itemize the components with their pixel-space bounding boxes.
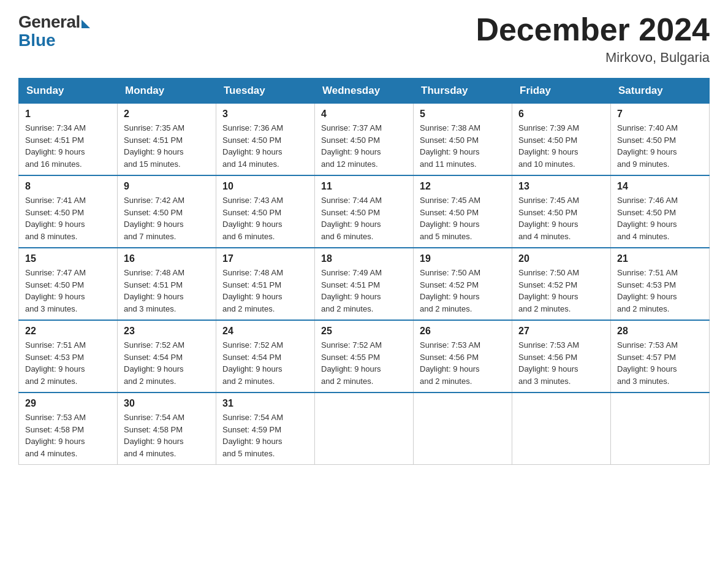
day-info: Sunrise: 7:52 AM Sunset: 4:54 PM Dayligh… (222, 339, 308, 387)
day-info: Sunrise: 7:43 AM Sunset: 4:50 PM Dayligh… (222, 194, 308, 242)
day-number: 4 (321, 109, 407, 120)
calendar-cell: 5 Sunrise: 7:38 AM Sunset: 4:50 PM Dayli… (414, 104, 512, 176)
day-number: 17 (222, 253, 308, 264)
calendar-cell (611, 393, 710, 465)
calendar-cell: 22 Sunrise: 7:51 AM Sunset: 4:53 PM Dayl… (19, 320, 118, 393)
day-number: 31 (222, 398, 308, 409)
day-number: 20 (518, 253, 604, 264)
weekday-header-monday: Monday (118, 79, 216, 104)
day-number: 12 (420, 181, 506, 192)
day-number: 28 (617, 326, 703, 337)
day-info: Sunrise: 7:42 AM Sunset: 4:50 PM Dayligh… (124, 194, 210, 242)
weekday-header-thursday: Thursday (414, 79, 512, 104)
day-info: Sunrise: 7:53 AM Sunset: 4:56 PM Dayligh… (420, 339, 506, 387)
calendar-cell: 10 Sunrise: 7:43 AM Sunset: 4:50 PM Dayl… (216, 175, 315, 248)
calendar-cell: 3 Sunrise: 7:36 AM Sunset: 4:50 PM Dayli… (216, 104, 315, 176)
weekday-header-saturday: Saturday (611, 79, 710, 104)
day-number: 27 (518, 326, 604, 337)
day-number: 18 (321, 253, 407, 264)
day-info: Sunrise: 7:36 AM Sunset: 4:50 PM Dayligh… (222, 122, 308, 170)
day-info: Sunrise: 7:54 AM Sunset: 4:59 PM Dayligh… (222, 412, 308, 459)
day-number: 26 (420, 326, 506, 337)
day-info: Sunrise: 7:52 AM Sunset: 4:55 PM Dayligh… (321, 339, 407, 387)
day-number: 9 (124, 181, 210, 192)
day-info: Sunrise: 7:49 AM Sunset: 4:51 PM Dayligh… (321, 267, 407, 315)
calendar-week-4: 22 Sunrise: 7:51 AM Sunset: 4:53 PM Dayl… (19, 320, 710, 393)
weekday-header-row: SundayMondayTuesdayWednesdayThursdayFrid… (19, 79, 710, 104)
calendar-cell (315, 393, 414, 465)
day-info: Sunrise: 7:40 AM Sunset: 4:50 PM Dayligh… (617, 122, 703, 170)
calendar-cell: 24 Sunrise: 7:52 AM Sunset: 4:54 PM Dayl… (216, 320, 315, 393)
calendar-cell: 23 Sunrise: 7:52 AM Sunset: 4:54 PM Dayl… (118, 320, 216, 393)
calendar-cell: 26 Sunrise: 7:53 AM Sunset: 4:56 PM Dayl… (414, 320, 512, 393)
day-info: Sunrise: 7:35 AM Sunset: 4:51 PM Dayligh… (124, 122, 210, 170)
calendar-week-5: 29 Sunrise: 7:53 AM Sunset: 4:58 PM Dayl… (19, 393, 710, 465)
calendar-cell: 8 Sunrise: 7:41 AM Sunset: 4:50 PM Dayli… (19, 175, 118, 248)
day-info: Sunrise: 7:41 AM Sunset: 4:50 PM Dayligh… (25, 194, 111, 242)
calendar-cell: 17 Sunrise: 7:48 AM Sunset: 4:51 PM Dayl… (216, 248, 315, 320)
calendar-cell: 27 Sunrise: 7:53 AM Sunset: 4:56 PM Dayl… (512, 320, 611, 393)
day-number: 7 (617, 109, 703, 120)
calendar-cell: 16 Sunrise: 7:48 AM Sunset: 4:51 PM Dayl… (118, 248, 216, 320)
calendar-cell: 30 Sunrise: 7:54 AM Sunset: 4:58 PM Dayl… (118, 393, 216, 465)
calendar-week-1: 1 Sunrise: 7:34 AM Sunset: 4:51 PM Dayli… (19, 104, 710, 176)
day-number: 30 (124, 398, 210, 409)
day-info: Sunrise: 7:38 AM Sunset: 4:50 PM Dayligh… (420, 122, 506, 170)
day-number: 8 (25, 181, 111, 192)
logo-general-text: General (18, 12, 80, 32)
day-number: 22 (25, 326, 111, 337)
calendar-cell: 1 Sunrise: 7:34 AM Sunset: 4:51 PM Dayli… (19, 104, 118, 176)
calendar-cell: 19 Sunrise: 7:50 AM Sunset: 4:52 PM Dayl… (414, 248, 512, 320)
day-number: 19 (420, 253, 506, 264)
day-number: 2 (124, 109, 210, 120)
day-info: Sunrise: 7:48 AM Sunset: 4:51 PM Dayligh… (124, 267, 210, 315)
title-area: December 2024 Mirkovo, Bulgaria (476, 12, 710, 66)
day-number: 10 (222, 181, 308, 192)
calendar-cell: 31 Sunrise: 7:54 AM Sunset: 4:59 PM Dayl… (216, 393, 315, 465)
day-number: 3 (222, 109, 308, 120)
location-text: Mirkovo, Bulgaria (476, 50, 710, 66)
day-number: 5 (420, 109, 506, 120)
calendar-cell: 4 Sunrise: 7:37 AM Sunset: 4:50 PM Dayli… (315, 104, 414, 176)
day-number: 21 (617, 253, 703, 264)
day-info: Sunrise: 7:48 AM Sunset: 4:51 PM Dayligh… (222, 267, 308, 315)
day-number: 6 (518, 109, 604, 120)
day-info: Sunrise: 7:51 AM Sunset: 4:53 PM Dayligh… (25, 339, 111, 387)
day-info: Sunrise: 7:44 AM Sunset: 4:50 PM Dayligh… (321, 194, 407, 242)
day-info: Sunrise: 7:45 AM Sunset: 4:50 PM Dayligh… (420, 194, 506, 242)
day-info: Sunrise: 7:53 AM Sunset: 4:57 PM Dayligh… (617, 339, 703, 387)
calendar-cell: 14 Sunrise: 7:46 AM Sunset: 4:50 PM Dayl… (611, 175, 710, 248)
calendar-cell: 18 Sunrise: 7:49 AM Sunset: 4:51 PM Dayl… (315, 248, 414, 320)
calendar-table: SundayMondayTuesdayWednesdayThursdayFrid… (18, 78, 710, 465)
day-info: Sunrise: 7:51 AM Sunset: 4:53 PM Dayligh… (617, 267, 703, 315)
day-number: 1 (25, 109, 111, 120)
day-number: 14 (617, 181, 703, 192)
calendar-cell: 29 Sunrise: 7:53 AM Sunset: 4:58 PM Dayl… (19, 393, 118, 465)
weekday-header-wednesday: Wednesday (315, 79, 414, 104)
day-number: 23 (124, 326, 210, 337)
calendar-cell: 7 Sunrise: 7:40 AM Sunset: 4:50 PM Dayli… (611, 104, 710, 176)
calendar-cell: 11 Sunrise: 7:44 AM Sunset: 4:50 PM Dayl… (315, 175, 414, 248)
day-info: Sunrise: 7:53 AM Sunset: 4:56 PM Dayligh… (518, 339, 604, 387)
day-info: Sunrise: 7:37 AM Sunset: 4:50 PM Dayligh… (321, 122, 407, 170)
logo: General Blue (18, 12, 90, 49)
day-info: Sunrise: 7:50 AM Sunset: 4:52 PM Dayligh… (518, 267, 604, 315)
page-header: General Blue December 2024 Mirkovo, Bulg… (18, 12, 710, 66)
calendar-week-3: 15 Sunrise: 7:47 AM Sunset: 4:50 PM Dayl… (19, 248, 710, 320)
month-title: December 2024 (476, 12, 710, 47)
day-info: Sunrise: 7:39 AM Sunset: 4:50 PM Dayligh… (518, 122, 604, 170)
logo-arrow-icon (82, 20, 90, 28)
day-number: 25 (321, 326, 407, 337)
calendar-cell: 21 Sunrise: 7:51 AM Sunset: 4:53 PM Dayl… (611, 248, 710, 320)
calendar-cell (512, 393, 611, 465)
calendar-cell: 15 Sunrise: 7:47 AM Sunset: 4:50 PM Dayl… (19, 248, 118, 320)
calendar-week-2: 8 Sunrise: 7:41 AM Sunset: 4:50 PM Dayli… (19, 175, 710, 248)
calendar-cell: 6 Sunrise: 7:39 AM Sunset: 4:50 PM Dayli… (512, 104, 611, 176)
calendar-cell: 2 Sunrise: 7:35 AM Sunset: 4:51 PM Dayli… (118, 104, 216, 176)
day-number: 16 (124, 253, 210, 264)
day-info: Sunrise: 7:47 AM Sunset: 4:50 PM Dayligh… (25, 267, 111, 315)
calendar-cell: 9 Sunrise: 7:42 AM Sunset: 4:50 PM Dayli… (118, 175, 216, 248)
day-info: Sunrise: 7:53 AM Sunset: 4:58 PM Dayligh… (25, 412, 111, 459)
day-info: Sunrise: 7:46 AM Sunset: 4:50 PM Dayligh… (617, 194, 703, 242)
day-info: Sunrise: 7:52 AM Sunset: 4:54 PM Dayligh… (124, 339, 210, 387)
